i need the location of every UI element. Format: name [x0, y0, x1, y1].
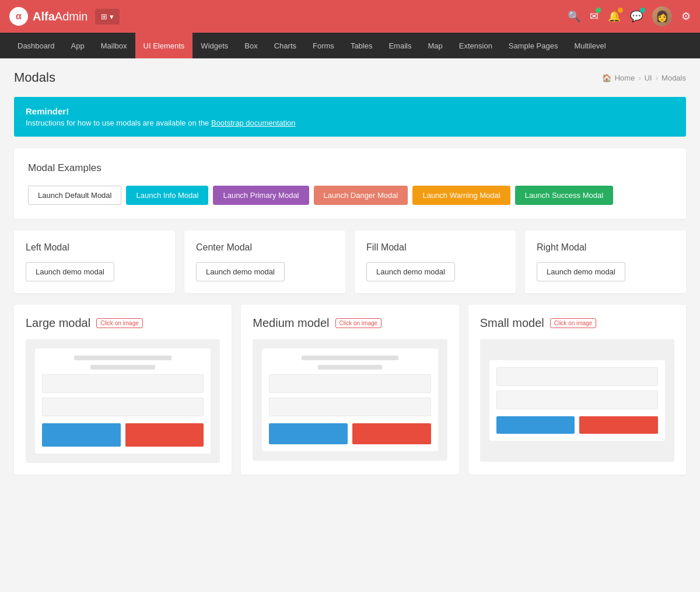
small-modal-inner: [489, 360, 665, 441]
left-modal-card: Left Modal Launch demo modal: [14, 231, 175, 293]
page-title: Modals: [14, 70, 55, 85]
notifications-button[interactable]: 🔔: [608, 10, 621, 23]
nav-multilevel[interactable]: Multilevel: [566, 33, 614, 58]
fill-modal-launch-button[interactable]: Launch demo modal: [366, 262, 455, 281]
notifications-badge: [618, 8, 623, 13]
preview-header-bar-narrow-m: [318, 365, 383, 370]
fill-modal-card: Fill Modal Launch demo modal: [355, 231, 516, 293]
medium-modal-title: Medium model: [253, 316, 329, 330]
small-modal-card: Small model Click on image: [468, 305, 686, 475]
email-button[interactable]: ✉: [590, 10, 598, 23]
position-modals-row: Left Modal Launch demo modal Center Moda…: [14, 231, 686, 293]
secondary-navbar: Dashboard App Mailbox UI Elements Widget…: [0, 33, 700, 58]
chat-button[interactable]: 💬: [630, 10, 643, 23]
preview-content-bar-s2: [496, 391, 658, 409]
navbar-right: 🔍 ✉ 🔔 💬 👩 ⚙: [568, 6, 691, 26]
preview-content-bar-1: [42, 374, 204, 393]
large-modal-title: Large modal: [26, 316, 90, 330]
nav-mailbox[interactable]: Mailbox: [93, 33, 135, 58]
navbar-left: α AlfaAdmin ⊞ ▾: [9, 7, 120, 26]
modal-examples-title: Modal Examples: [28, 162, 672, 174]
nav-dashboard[interactable]: Dashboard: [9, 33, 63, 58]
breadcrumb-sep1: ›: [638, 74, 640, 82]
grid-icon: ⊞: [101, 12, 107, 21]
dropdown-arrow: ▾: [110, 12, 114, 21]
right-modal-launch-button[interactable]: Launch demo modal: [537, 262, 625, 281]
avatar-image: 👩: [652, 6, 672, 26]
main-content: Modals 🏠 Home › UI › Modals Reminder! In…: [0, 58, 700, 486]
preview-buttons-m: [269, 423, 430, 444]
grid-menu-button[interactable]: ⊞ ▾: [95, 9, 120, 25]
modal-buttons-group: Launch Default Modal Launch Info Modal L…: [28, 186, 672, 205]
nav-app[interactable]: App: [63, 33, 93, 58]
nav-tables[interactable]: Tables: [342, 33, 381, 58]
brand: α AlfaAdmin: [9, 7, 88, 26]
right-modal-card: Right Modal Launch demo modal: [525, 231, 686, 293]
large-modal-preview[interactable]: [26, 339, 220, 463]
breadcrumb-sep2: ›: [656, 74, 658, 82]
right-modal-title: Right Modal: [537, 242, 674, 253]
brand-icon: α: [9, 7, 28, 26]
launch-danger-modal-button[interactable]: Launch Danger Modal: [314, 186, 408, 205]
large-modal-header: Large modal Click on image: [26, 316, 220, 330]
alert-body: Instructions for how to use modals are a…: [26, 119, 674, 127]
breadcrumb: 🏠 Home › UI › Modals: [602, 74, 686, 82]
nav-widgets[interactable]: Widgets: [192, 33, 236, 58]
small-modal-title: Small model: [480, 316, 544, 330]
chat-badge: [640, 8, 645, 13]
nav-extension[interactable]: Extension: [451, 33, 501, 58]
left-modal-title: Left Modal: [26, 242, 163, 253]
preview-btn-blue: [42, 423, 121, 447]
bootstrap-docs-link[interactable]: Bootstrap documentation: [211, 119, 296, 127]
launch-default-modal-button[interactable]: Launch Default Modal: [28, 186, 121, 205]
alert-title: Reminder!: [26, 106, 674, 116]
nav-forms[interactable]: Forms: [304, 33, 342, 58]
small-modal-header: Small model Click on image: [480, 316, 674, 330]
alert-banner: Reminder! Instructions for how to use mo…: [14, 97, 686, 137]
preview-btn-red: [125, 423, 204, 447]
nav-ui-elements[interactable]: UI Elements: [135, 33, 193, 58]
preview-buttons-s: [496, 416, 658, 434]
page-header: Modals 🏠 Home › UI › Modals: [14, 70, 686, 85]
preview-btn-blue-m: [269, 423, 348, 444]
launch-warning-modal-button[interactable]: Launch Warning Modal: [412, 186, 510, 205]
modal-examples-card: Modal Examples Launch Default Modal Laun…: [14, 148, 686, 219]
nav-box[interactable]: Box: [236, 33, 265, 58]
launch-primary-modal-button[interactable]: Launch Primary Modal: [213, 186, 309, 205]
preview-btn-red-m: [352, 423, 431, 444]
size-modals-row: Large modal Click on image Med: [14, 305, 686, 475]
preview-content-bar-s1: [496, 367, 658, 386]
settings-icon: ⚙: [681, 11, 691, 22]
search-button[interactable]: 🔍: [568, 10, 580, 23]
preview-header-bar-narrow: [90, 365, 155, 370]
center-modal-title: Center Modal: [196, 242, 334, 253]
center-modal-card: Center Modal Launch demo modal: [184, 231, 345, 293]
large-modal-card: Large modal Click on image: [14, 305, 232, 475]
small-modal-spacer: [489, 349, 665, 452]
nav-emails[interactable]: Emails: [380, 33, 419, 58]
preview-btn-blue-s: [496, 416, 575, 434]
medium-modal-card: Medium model Click on image: [241, 305, 459, 475]
avatar[interactable]: 👩: [652, 6, 672, 26]
preview-btn-red-s: [579, 416, 658, 434]
breadcrumb-current: Modals: [662, 74, 686, 82]
nav-sample-pages[interactable]: Sample Pages: [501, 33, 566, 58]
medium-modal-inner: [262, 349, 438, 451]
email-badge: [596, 8, 601, 13]
medium-modal-preview[interactable]: [253, 339, 447, 461]
settings-button[interactable]: ⚙: [681, 10, 691, 23]
brand-name: AlfaAdmin: [33, 10, 88, 23]
large-modal-inner: [35, 349, 211, 454]
launch-success-modal-button[interactable]: Launch Success Modal: [515, 186, 613, 205]
preview-buttons: [42, 423, 204, 447]
left-modal-launch-button[interactable]: Launch demo modal: [26, 262, 114, 281]
small-modal-preview[interactable]: [480, 339, 674, 462]
search-icon: 🔍: [568, 10, 580, 23]
medium-modal-click-badge: Click on image: [335, 318, 382, 328]
nav-map[interactable]: Map: [419, 33, 450, 58]
launch-info-modal-button[interactable]: Launch Info Modal: [126, 186, 208, 205]
small-modal-click-badge: Click on image: [550, 318, 597, 328]
center-modal-launch-button[interactable]: Launch demo modal: [196, 262, 285, 281]
breadcrumb-icon: 🏠: [602, 74, 611, 82]
nav-charts[interactable]: Charts: [266, 33, 304, 58]
